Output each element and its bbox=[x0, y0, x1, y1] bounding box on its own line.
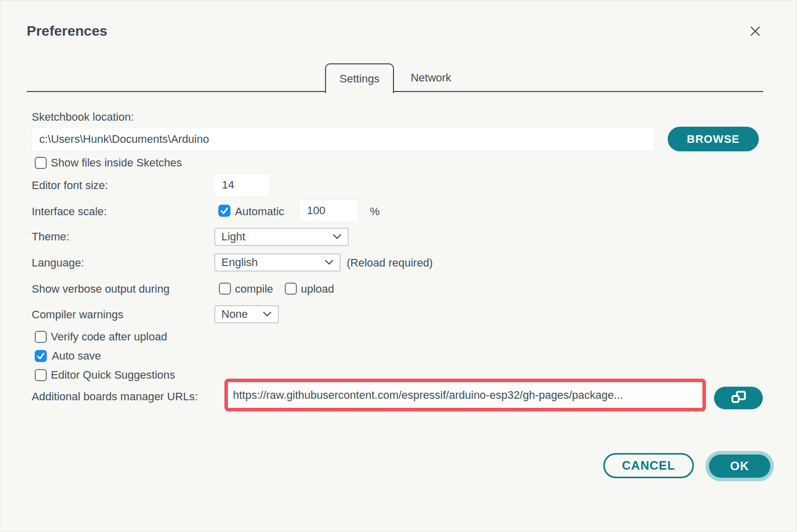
language-reload-note: (Reload required) bbox=[347, 255, 433, 271]
verbose-compile-checkbox[interactable] bbox=[219, 283, 231, 295]
language-select-value: English bbox=[221, 256, 258, 269]
verbose-upload-label: upload bbox=[301, 282, 334, 297]
compiler-warnings-value: None bbox=[221, 308, 248, 321]
language-select[interactable]: English bbox=[214, 253, 341, 272]
verbose-output-label: Show verbose output during bbox=[32, 282, 170, 297]
show-files-label: Show files inside Sketches bbox=[51, 155, 182, 170]
close-icon bbox=[748, 24, 762, 40]
auto-save-label: Auto save bbox=[52, 348, 101, 364]
sketchbook-location-input[interactable] bbox=[32, 127, 655, 151]
interface-scale-unit: % bbox=[370, 204, 380, 219]
auto-save-checkbox[interactable] bbox=[35, 350, 47, 362]
boards-urls-label: Additional boards manager URLs: bbox=[32, 389, 198, 404]
close-button[interactable] bbox=[746, 23, 764, 41]
editor-font-size-label: Editor font size: bbox=[32, 178, 108, 193]
verify-code-checkbox[interactable] bbox=[35, 331, 47, 343]
boards-urls-highlight-box bbox=[224, 379, 706, 411]
compiler-warnings-label: Compiler warnings bbox=[32, 307, 123, 322]
sketchbook-location-label: Sketchbook location: bbox=[32, 110, 134, 125]
chevron-down-icon bbox=[333, 234, 342, 240]
preferences-dialog: { "dialog": { "title": "Preferences" }, … bbox=[0, 0, 797, 532]
editor-font-size-input[interactable] bbox=[214, 173, 271, 197]
interface-scale-label: Interface scale: bbox=[32, 204, 107, 219]
theme-select[interactable]: Light bbox=[214, 228, 349, 246]
window-copy-icon bbox=[731, 391, 746, 406]
tab-settings-label: Settings bbox=[340, 72, 380, 85]
boards-urls-input[interactable] bbox=[228, 382, 702, 408]
interface-scale-input[interactable] bbox=[299, 200, 359, 222]
verify-code-label: Verify code after upload bbox=[51, 329, 167, 344]
browse-button[interactable]: BROWSE bbox=[668, 127, 759, 151]
language-label: Language: bbox=[32, 255, 84, 271]
tab-network-label: Network bbox=[411, 71, 451, 84]
interface-scale-auto-label: Automatic bbox=[235, 204, 284, 219]
ok-button[interactable]: OK bbox=[709, 455, 770, 478]
quick-suggestions-checkbox[interactable] bbox=[35, 369, 47, 381]
theme-label: Theme: bbox=[32, 229, 69, 244]
show-files-checkbox[interactable] bbox=[35, 157, 47, 169]
compiler-warnings-select[interactable]: None bbox=[214, 305, 279, 323]
verbose-upload-checkbox[interactable] bbox=[285, 283, 297, 295]
quick-suggestions-label: Editor Quick Suggestions bbox=[51, 368, 175, 383]
tab-network[interactable]: Network bbox=[400, 65, 462, 91]
cancel-button[interactable]: CANCEL bbox=[603, 453, 694, 478]
chevron-down-icon bbox=[325, 259, 334, 265]
verbose-compile-label: compile bbox=[235, 282, 273, 297]
interface-scale-auto-checkbox[interactable] bbox=[218, 205, 230, 217]
page-title: Preferences bbox=[27, 23, 107, 39]
theme-select-value: Light bbox=[221, 230, 246, 243]
boards-urls-edit-button[interactable] bbox=[714, 387, 763, 409]
tab-settings[interactable]: Settings bbox=[325, 63, 394, 93]
tab-divider bbox=[27, 63, 763, 92]
chevron-down-icon bbox=[263, 311, 272, 317]
